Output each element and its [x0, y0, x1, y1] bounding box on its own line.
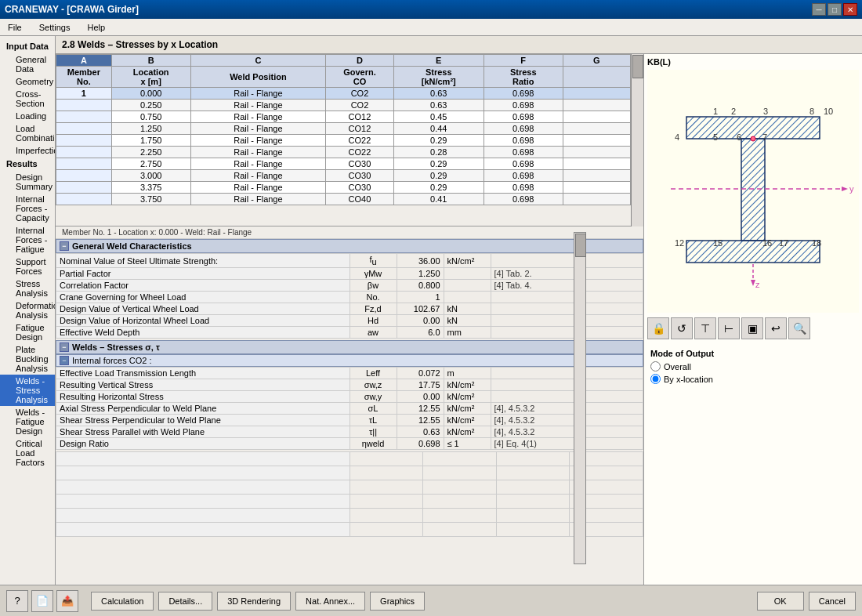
table-row[interactable]: 3.000 Rail - Flange CO30 0.29 0.698: [56, 170, 631, 182]
cell-co: CO2: [326, 88, 393, 100]
sidebar-item-design-summary[interactable]: Design Summary: [0, 171, 55, 193]
mode-byx-label: By x-location: [664, 375, 713, 384]
sidebar-item-cross-section[interactable]: Cross-Section: [0, 88, 55, 110]
mode-byx-input[interactable]: [650, 374, 661, 384]
col-d-h2: Govern.CO: [326, 67, 393, 88]
detail-row: Effective Load Transmission Length Leff …: [56, 368, 643, 379]
3d-rendering-button[interactable]: 3D Rendering: [217, 592, 291, 611]
menu-help[interactable]: Help: [82, 21, 110, 34]
collapse-general-weld[interactable]: −: [60, 241, 69, 251]
svg-marker-6: [842, 187, 848, 191]
rotate-icon-btn[interactable]: ↺: [671, 317, 693, 339]
cancel-button[interactable]: Cancel: [809, 592, 856, 611]
ruler-v-icon-btn[interactable]: ⊢: [718, 317, 740, 339]
content-header: 2.8 Welds – Stresses by x Location: [56, 36, 862, 54]
calculation-button[interactable]: Calculation: [91, 592, 154, 611]
sidebar-item-loading[interactable]: Loading: [0, 110, 55, 122]
col-e-header: E: [393, 55, 484, 67]
graphics-button[interactable]: Graphics: [370, 592, 425, 611]
detail-section: − General Weld Characteristics Nominal V…: [56, 239, 643, 585]
location-bar: Member No. 1 - Location x: 0.000 - Weld:…: [56, 226, 643, 239]
detail-row: Shear Stress Perpendicular to Weld Plane…: [56, 415, 643, 426]
sidebar-item-internal-forces-fatigue[interactable]: Internal Forces - Fatigue: [0, 224, 55, 255]
table-row[interactable]: 0.750 Rail - Flange CO12 0.45 0.698: [56, 111, 631, 123]
table-row[interactable]: 3.375 Rail - Flange CO30 0.29 0.698: [56, 182, 631, 194]
close-button[interactable]: ✕: [843, 3, 857, 16]
sidebar-item-critical-load-factors[interactable]: Critical Load Factors: [0, 437, 55, 469]
cell-location: 0.000: [111, 88, 190, 100]
mode-overall-radio[interactable]: Overall: [650, 361, 714, 371]
table-row[interactable]: 1.250 Rail - Flange CO12 0.44 0.698: [56, 123, 631, 135]
sidebar-item-load-combinations[interactable]: Load Combinations: [0, 122, 55, 144]
detail-row: Design Ratio ηweld 0.698 ≤ 1 [4] Eq. 4(1…: [56, 438, 643, 450]
col-a-header: A: [56, 55, 112, 67]
svg-text:4: 4: [675, 132, 679, 142]
zoom-icon-btn[interactable]: 🔍: [788, 317, 810, 339]
right-toolbar: 🔒 ↺ ⊤ ⊢ ▣ ↩ 🔍: [647, 317, 810, 339]
detail-scrollbar[interactable]: [574, 232, 586, 564]
back-icon-btn[interactable]: ↩: [765, 317, 787, 339]
sidebar-item-deformation-analysis[interactable]: Deformation Analysis: [0, 299, 55, 321]
mode-overall-input[interactable]: [650, 361, 661, 371]
col-f-h2: StressRatio: [484, 67, 563, 88]
svg-text:z: z: [755, 280, 760, 289]
sidebar-item-internal-forces-capacity[interactable]: Internal Forces - Capacity: [0, 193, 55, 224]
svg-text:17: 17: [779, 238, 788, 248]
detail-row: Resulting Vertical Stress σw,z 17.75 kN/…: [56, 379, 643, 391]
ok-button[interactable]: OK: [757, 592, 804, 611]
minimize-button[interactable]: ─: [812, 3, 826, 16]
sidebar-item-geometry[interactable]: Geometry: [0, 75, 55, 88]
svg-text:10: 10: [824, 107, 833, 116]
detail-row: Nominal Value of Steel Ultimate Strength…: [56, 254, 643, 268]
content-area: 2.8 Welds – Stresses by x Location A B C: [56, 36, 862, 585]
ruler-h-icon-btn[interactable]: ⊤: [694, 317, 716, 339]
menu-file[interactable]: File: [3, 21, 27, 34]
scrollbar-track[interactable]: [631, 54, 643, 226]
details-button[interactable]: Details...: [158, 592, 212, 611]
export-icon-btn[interactable]: 📤: [56, 590, 78, 612]
table-row[interactable]: 2.750 Rail - Flange CO30 0.29 0.698: [56, 158, 631, 170]
scrollbar-thumb[interactable]: [632, 55, 643, 78]
sidebar: Input Data General Data Geometry Cross-S…: [0, 36, 56, 585]
col-d-header: D: [326, 55, 393, 67]
help-icon-btn[interactable]: ?: [6, 590, 28, 612]
print-icon-btn[interactable]: 📄: [31, 590, 53, 612]
sidebar-item-general-data[interactable]: General Data: [0, 53, 55, 75]
mode-controls: Mode of Output Overall By x-location: [647, 346, 717, 387]
sidebar-item-support-forces[interactable]: Support Forces: [0, 255, 55, 277]
collapse-welds-stresses[interactable]: −: [60, 342, 69, 352]
sidebar-item-plate-buckling-analysis[interactable]: Plate Buckling Analysis: [0, 343, 55, 375]
table-row[interactable]: 0.250 Rail - Flange CO2 0.63 0.698: [56, 100, 631, 111]
detail-scrollbar-thumb[interactable]: [575, 234, 586, 257]
results-group: Results: [0, 157, 55, 171]
svg-text:2: 2: [731, 107, 736, 116]
menu-settings[interactable]: Settings: [34, 21, 75, 34]
mode-byx-radio[interactable]: By x-location: [650, 374, 714, 384]
detail-row-empty: [56, 495, 643, 509]
table-row[interactable]: 1 0.000 Rail - Flange CO2 0.63 0.698: [56, 88, 631, 100]
cell-stress: 0.63: [393, 88, 484, 100]
lock-icon-btn[interactable]: 🔒: [647, 317, 669, 339]
maximize-button[interactable]: □: [828, 3, 842, 16]
collapse-sub-section[interactable]: −: [60, 356, 69, 365]
cell-position: Rail - Flange: [190, 88, 326, 100]
detail-row-empty: [56, 452, 643, 466]
sidebar-item-imperfections[interactable]: Imperfections: [0, 144, 55, 157]
sidebar-item-welds-fatigue-design[interactable]: Welds - Fatigue Design: [0, 406, 55, 437]
sidebar-item-welds-stress-analysis[interactable]: Welds - Stress Analysis: [0, 375, 55, 406]
detail-row: Partial Factor γMw 1.250 [4] Tab. 2.: [56, 268, 643, 280]
detail-row-empty: [56, 509, 643, 523]
svg-text:1: 1: [713, 107, 718, 116]
mode-overall-label: Overall: [664, 362, 691, 371]
table-row[interactable]: 3.750 Rail - Flange CO40 0.41 0.698: [56, 194, 631, 205]
cell-ratio: 0.698: [484, 88, 563, 100]
table-row[interactable]: 1.750 Rail - Flange CO22 0.29 0.698: [56, 135, 631, 147]
mode-radio-group: Overall By x-location: [650, 361, 714, 384]
nat-annex-button[interactable]: Nat. Annex...: [295, 592, 365, 611]
sidebar-item-fatigue-design[interactable]: Fatigue Design: [0, 321, 55, 343]
bottom-bar: ? 📄 📤 Calculation Details... 3D Renderin…: [0, 585, 862, 616]
display-icon-btn[interactable]: ▣: [741, 317, 763, 339]
table-row[interactable]: 2.250 Rail - Flange CO22 0.28 0.698: [56, 147, 631, 158]
cell-g: [563, 88, 630, 100]
sidebar-item-stress-analysis[interactable]: Stress Analysis: [0, 277, 55, 299]
